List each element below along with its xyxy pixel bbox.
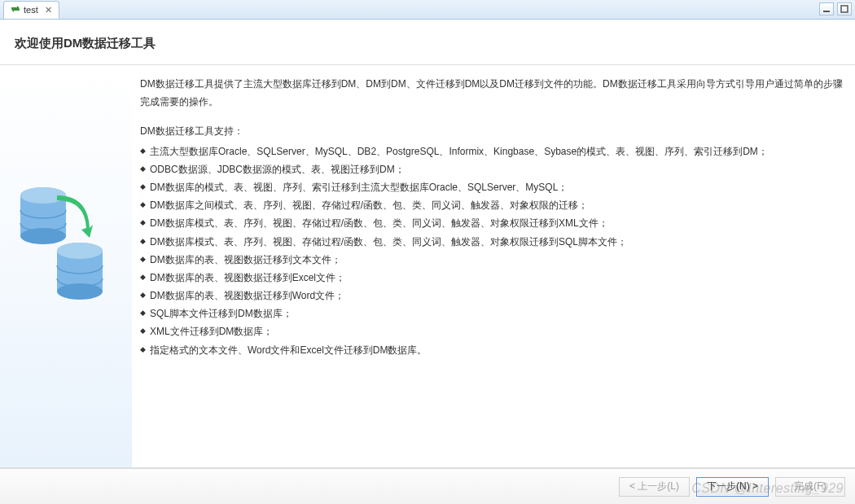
- feature-item: 指定格式的文本文件、Word文件和Excel文件迁移到DM数据库。: [140, 341, 848, 359]
- feature-item: 主流大型数据库Oracle、SQLServer、MySQL、DB2、Postgr…: [140, 142, 848, 160]
- tab-test[interactable]: test ✕: [3, 1, 59, 19]
- svg-rect-1: [841, 6, 848, 12]
- window: test ✕ 欢迎使用DM数据迁移工具: [0, 0, 855, 504]
- tab-label: test: [24, 5, 38, 15]
- content-panel: DM数据迁移工具提供了主流大型数据库迁移到DM、DM到DM、文件迁移到DM以及D…: [132, 65, 855, 467]
- feature-list: 主流大型数据库Oracle、SQLServer、MySQL、DB2、Postgr…: [140, 142, 848, 359]
- intro-text: DM数据迁移工具提供了主流大型数据库迁移到DM、DM到DM、文件迁移到DM以及D…: [140, 75, 848, 111]
- svg-rect-0: [823, 11, 830, 12]
- maximize-button[interactable]: [837, 2, 852, 15]
- feature-item: DM数据库的表、视图数据迁移到文本文件；: [140, 251, 848, 269]
- support-title: DM数据迁移工具支持：: [140, 122, 848, 140]
- window-controls: [819, 2, 852, 15]
- next-button[interactable]: 下一步(N) >: [696, 477, 769, 497]
- transfer-icon: [11, 4, 20, 15]
- feature-item: DM数据库的模式、表、视图、序列、索引迁移到主流大型数据库Oracle、SQLS…: [140, 178, 848, 196]
- page-title: 欢迎使用DM数据迁移工具: [0, 36, 855, 64]
- feature-item: DM数据库模式、表、序列、视图、存储过程/函数、包、类、同义词、触发器、对象权限…: [140, 233, 848, 251]
- close-icon[interactable]: ✕: [45, 5, 52, 15]
- button-bar: < 上一步(L) 下一步(N) > 完成(F): [0, 468, 855, 504]
- feature-item: SQL脚本文件迁移到DM数据库；: [140, 305, 848, 322]
- feature-item: DM数据库的表、视图数据迁移到Excel文件；: [140, 269, 848, 287]
- finish-button: 完成(F): [775, 477, 845, 497]
- svg-point-5: [20, 187, 66, 204]
- prev-button: < 上一步(L): [619, 477, 690, 497]
- feature-item: DM数据库的表、视图数据迁移到Word文件；: [140, 287, 848, 305]
- sidebar-illustration: [0, 65, 132, 467]
- feature-item: DM数据库之间模式、表、序列、视图、存储过程/函数、包、类、同义词、触发器、对象…: [140, 196, 848, 214]
- feature-item: XML文件迁移到DM数据库；: [140, 322, 848, 340]
- feature-item: ODBC数据源、JDBC数据源的模式、表、视图迁移到DM；: [140, 160, 848, 178]
- svg-point-8: [57, 283, 103, 300]
- minimize-button[interactable]: [819, 2, 834, 15]
- database-migration-illustration: [15, 179, 112, 309]
- wizard-content: 欢迎使用DM数据迁移工具: [0, 20, 855, 504]
- tab-bar: test ✕: [0, 0, 855, 20]
- svg-point-9: [57, 243, 103, 259]
- svg-point-4: [20, 228, 66, 244]
- feature-item: DM数据库模式、表、序列、视图、存储过程/函数、包、类、同义词、触发器、对象权限…: [140, 214, 848, 232]
- main-area: DM数据迁移工具提供了主流大型数据库迁移到DM、DM到DM、文件迁移到DM以及D…: [0, 64, 855, 468]
